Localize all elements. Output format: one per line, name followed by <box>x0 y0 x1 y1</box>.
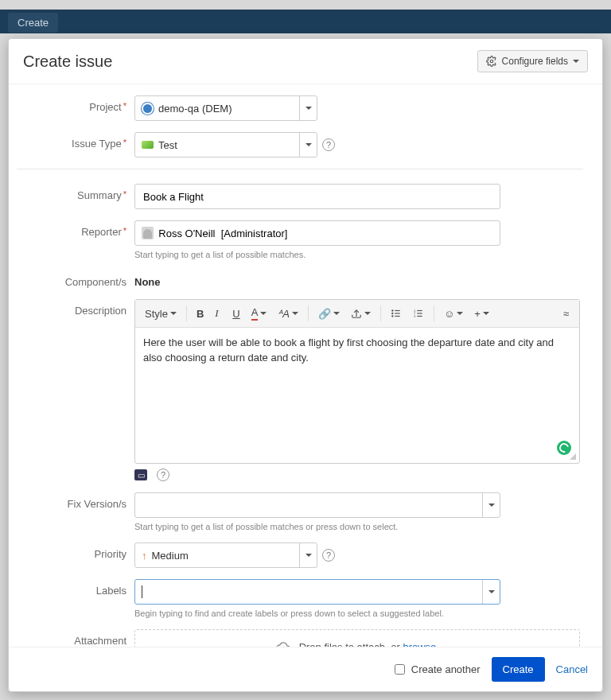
field-summary: Summary <box>17 184 583 209</box>
fix-versions-select[interactable] <box>134 492 500 518</box>
labels-label: Labels <box>17 579 134 597</box>
project-label: Project <box>17 95 134 113</box>
attachment-browse-link[interactable]: browse <box>403 641 436 647</box>
svg-point-0 <box>490 60 493 63</box>
issue-type-icon <box>142 141 154 149</box>
cancel-link[interactable]: Cancel <box>556 663 588 675</box>
issue-type-select[interactable]: Test <box>134 132 317 158</box>
labels-input[interactable] <box>134 579 500 605</box>
labels-dropdown-trigger[interactable] <box>482 580 500 604</box>
field-reporter: Reporter Start typing to get a list of p… <box>17 220 583 259</box>
create-another-checkbox[interactable]: Create another <box>391 662 481 677</box>
summary-input-wrapper <box>134 184 500 209</box>
dialog-body: Project demo-qa (DEM) Issue Type <box>9 84 602 647</box>
chevron-down-icon <box>488 504 495 507</box>
chevron-down-icon <box>306 107 312 110</box>
project-avatar-icon <box>142 103 154 115</box>
reporter-input-wrapper <box>134 220 500 246</box>
create-another-input[interactable] <box>395 664 405 675</box>
chevron-down-icon <box>306 554 312 557</box>
components-label: Component/s <box>17 270 134 288</box>
field-project: Project demo-qa (DEM) <box>17 95 583 121</box>
attachment-drop-text: Drop files to attach, or <box>299 641 403 647</box>
priority-help-icon[interactable]: ? <box>322 549 335 562</box>
fix-versions-dropdown-trigger[interactable] <box>482 493 500 517</box>
svg-point-4 <box>392 313 393 313</box>
rte-textcolor-button[interactable]: A <box>247 303 272 324</box>
rte-more-button[interactable]: + <box>469 305 494 323</box>
app-topbar <box>0 10 611 33</box>
field-priority: Priority ↑ Medium ? <box>17 542 583 568</box>
dialog-title: Create issue <box>23 52 112 71</box>
issue-type-label: Issue Type <box>17 132 134 150</box>
section-divider <box>17 169 583 169</box>
chevron-down-icon <box>364 312 371 315</box>
rte-attachment-button[interactable] <box>346 305 376 322</box>
reporter-hint: Start typing to get a list of possible m… <box>134 250 583 259</box>
rte-numbered-list-button[interactable]: 123 <box>408 305 429 322</box>
chevron-down-icon <box>170 312 177 315</box>
attachment-label: Attachment <box>17 629 134 647</box>
priority-value: Medium <box>152 550 189 562</box>
issue-type-dropdown-trigger[interactable] <box>299 133 317 157</box>
fix-versions-label: Fix Version/s <box>17 492 134 510</box>
components-value: None <box>134 270 161 288</box>
chevron-down-icon <box>333 312 340 315</box>
rte-link-button[interactable]: 🔗 <box>313 305 344 323</box>
fix-versions-hint: Start typing to get a list of possible m… <box>134 522 583 531</box>
gear-icon <box>486 56 497 67</box>
summary-input[interactable] <box>142 190 493 204</box>
project-select[interactable]: demo-qa (DEM) <box>134 95 317 121</box>
chevron-down-icon <box>457 312 463 315</box>
rte-style-dropdown[interactable]: Style <box>140 305 181 323</box>
field-issue-type: Issue Type Test ? <box>17 132 583 158</box>
svg-text:3: 3 <box>414 315 415 318</box>
description-label: Description <box>17 299 134 317</box>
rte-formatting-button[interactable]: ᴬA <box>273 305 303 323</box>
field-components: Component/s None <box>17 270 583 288</box>
description-help-icon[interactable]: ? <box>157 469 169 481</box>
description-text: Here the user will be able to book a fli… <box>143 336 554 364</box>
rte-italic-button[interactable]: I <box>210 304 226 323</box>
reporter-input[interactable] <box>157 227 493 240</box>
resize-handle[interactable] <box>568 452 578 461</box>
issue-type-value: Test <box>158 139 177 151</box>
description-editor: Style B I U A ᴬA 🔗 <box>134 299 580 464</box>
attachment-dropzone[interactable]: Drop files to attach, or browse. <box>134 629 580 647</box>
chevron-down-icon <box>573 60 579 63</box>
create-issue-dialog: Create issue Configure fields Project de… <box>8 38 603 692</box>
field-description: Description Style B I U A ᴬA 🔗 <box>17 299 583 481</box>
chevron-down-icon <box>306 143 312 146</box>
field-attachment: Attachment Drop files to attach, or brow… <box>17 629 583 647</box>
description-textarea[interactable]: Here the user will be able to book a fli… <box>135 328 579 463</box>
chevron-down-icon <box>292 312 298 315</box>
chevron-down-icon <box>483 312 489 315</box>
rte-emoji-button[interactable]: ☺ <box>439 305 468 323</box>
topbar-create-button[interactable]: Create <box>8 13 58 33</box>
create-another-label: Create another <box>411 663 481 675</box>
reporter-label: Reporter <box>17 220 134 238</box>
priority-dropdown-trigger[interactable] <box>299 543 317 567</box>
dialog-footer: Create another Create Cancel <box>9 647 602 691</box>
configure-fields-button[interactable]: Configure fields <box>477 50 588 72</box>
chevron-down-icon <box>260 312 267 315</box>
chevron-down-icon <box>488 590 495 593</box>
configure-fields-label: Configure fields <box>502 56 568 67</box>
create-button[interactable]: Create <box>492 657 545 682</box>
avatar-icon <box>142 227 154 239</box>
rte-bold-button[interactable]: B <box>192 305 208 323</box>
visual-mode-icon[interactable]: ▭ <box>134 469 147 480</box>
project-dropdown-trigger[interactable] <box>299 96 317 120</box>
rte-underline-button[interactable]: U <box>228 305 244 323</box>
svg-point-2 <box>392 310 393 311</box>
svg-point-6 <box>392 316 393 317</box>
labels-hint: Begin typing to find and create labels o… <box>134 609 583 618</box>
rte-toolbar: Style B I U A ᴬA 🔗 <box>135 300 579 328</box>
field-labels: Labels Begin typing to find and create l… <box>17 579 583 618</box>
priority-icon: ↑ <box>142 550 147 562</box>
rte-collapse-button[interactable]: ≈ <box>558 305 574 323</box>
rte-bullet-list-button[interactable] <box>386 305 407 322</box>
issue-type-help-icon[interactable]: ? <box>322 138 335 151</box>
field-fix-versions: Fix Version/s Start typing to get a list… <box>17 492 583 531</box>
priority-select[interactable]: ↑ Medium <box>134 542 317 568</box>
